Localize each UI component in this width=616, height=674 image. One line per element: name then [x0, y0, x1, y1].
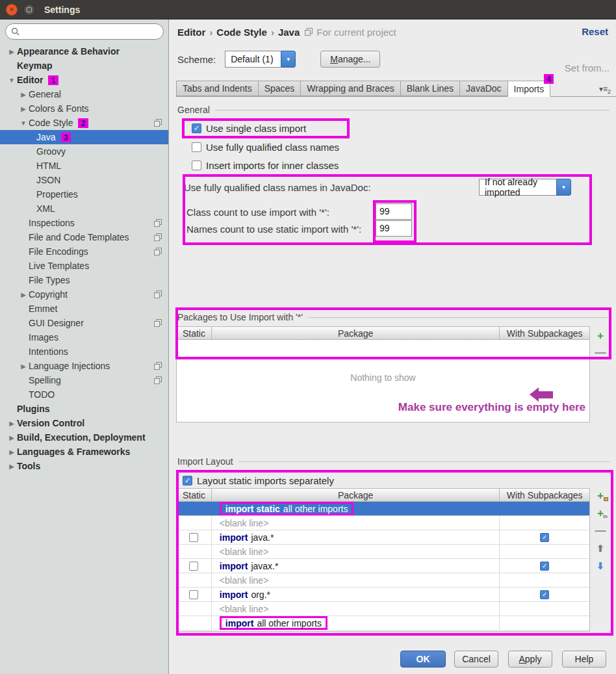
chevron-right-icon[interactable]: ▶ — [18, 91, 29, 98]
sidebar-item-images[interactable]: Images — [0, 330, 168, 344]
column-header-package[interactable]: Package — [212, 327, 500, 339]
sidebar-item-live-templates[interactable]: Live Templates — [0, 259, 168, 273]
move-up-icon[interactable]: ⬆ — [594, 542, 607, 555]
sidebar-item-colors-fonts[interactable]: ▶Colors & Fonts — [0, 101, 168, 116]
add-icon[interactable]: + — [594, 330, 607, 343]
sidebar-item-general[interactable]: ▶General — [0, 87, 168, 101]
use-fully-qualified-class-names-checkbox[interactable] — [192, 142, 201, 152]
import-layout-row-blank-line[interactable]: <blank line> — [177, 573, 589, 588]
help-button[interactable]: Help — [562, 651, 606, 668]
tab-wrapping-and-braces[interactable]: Wrapping and Braces — [300, 81, 400, 96]
import-layout-row-import-javax[interactable]: importjavax.*✓ — [177, 559, 589, 573]
import-layout-row-import-java[interactable]: importjava.*✓ — [177, 530, 589, 545]
chevron-down-icon[interactable]: ▼ — [18, 120, 29, 127]
remove-icon[interactable]: — — [594, 346, 607, 359]
static-checkbox[interactable] — [189, 562, 198, 571]
column-header-static[interactable]: Static — [177, 327, 212, 339]
sidebar-item-file-encodings[interactable]: File Encodings — [0, 244, 168, 259]
chevron-right-icon[interactable]: ▶ — [18, 291, 29, 298]
import-layout-table[interactable]: StaticPackageWith Subpackages import sta… — [176, 488, 590, 632]
tab-spaces[interactable]: Spaces — [258, 81, 301, 96]
sidebar-item-intentions[interactable]: Intentions — [0, 344, 168, 359]
tab-tabs-and-indents[interactable]: Tabs and Indents — [176, 81, 258, 96]
sidebar-item-html[interactable]: HTML — [0, 159, 168, 173]
chevron-right-icon[interactable]: ▶ — [6, 420, 17, 427]
sidebar-item-plugins[interactable]: Plugins — [0, 402, 168, 416]
chevron-right-icon[interactable]: ▶ — [6, 463, 17, 470]
sidebar-item-keymap[interactable]: Keymap — [0, 58, 168, 73]
close-icon[interactable]: ✕ — [6, 4, 18, 16]
sidebar-item-editor[interactable]: ▼Editor1 — [0, 73, 168, 87]
chevron-right-icon[interactable]: ▶ — [6, 48, 17, 55]
with-subpackages-checkbox[interactable]: ✓ — [540, 533, 549, 542]
sidebar-item-properties[interactable]: Properties — [0, 187, 168, 201]
names-count-input[interactable]: 99 — [376, 220, 412, 237]
import-layout-row-import-all-other-imports[interactable]: importall other imports — [177, 616, 589, 630]
search-box[interactable] — [5, 23, 164, 40]
sidebar-item-emmet[interactable]: Emmet — [0, 302, 168, 316]
sidebar-item-languages-frameworks[interactable]: ▶Languages & Frameworks — [0, 445, 168, 459]
manage-button[interactable]: Manage... — [320, 51, 380, 68]
tab-blank-lines[interactable]: Blank Lines — [400, 81, 459, 96]
sidebar-item-gui-designer[interactable]: GUI Designer — [0, 316, 168, 330]
import-layout-row-import-org[interactable]: importorg.*✓ — [177, 588, 589, 602]
javadoc-select[interactable]: If not already imported ▼ — [479, 179, 571, 196]
import-layout-row-blank-line[interactable]: <blank line> — [177, 602, 589, 616]
sidebar-item-file-and-code-templates[interactable]: File and Code Templates — [0, 230, 168, 244]
reset-link[interactable]: Reset — [582, 26, 608, 37]
add-blank-line-icon[interactable]: +\n — [594, 507, 607, 520]
import-layout-row-blank-line[interactable]: <blank line> — [177, 545, 589, 559]
sidebar-item-groovy[interactable]: Groovy — [0, 144, 168, 159]
column-header-package[interactable]: Package — [212, 489, 500, 501]
sidebar-item-json[interactable]: JSON — [0, 173, 168, 187]
breadcrumb-item-java[interactable]: Java — [278, 27, 300, 38]
with-subpackages-checkbox[interactable]: ✓ — [540, 562, 549, 571]
class-count-input[interactable]: 99 — [376, 203, 412, 220]
scheme-select[interactable]: Default (1) ▼ — [225, 51, 296, 68]
insert-imports-for-inner-classes-checkbox[interactable] — [192, 161, 201, 170]
layout-static-separately-checkbox[interactable]: ✓ — [183, 476, 192, 486]
breadcrumb-item-editor[interactable]: Editor — [177, 27, 205, 38]
sidebar-item-appearance-behavior[interactable]: ▶Appearance & Behavior — [0, 44, 168, 58]
chevron-right-icon[interactable]: ▶ — [18, 363, 29, 370]
sidebar-item-java[interactable]: Java3 — [0, 130, 168, 144]
sidebar-item-copyright[interactable]: ▶Copyright — [0, 287, 168, 302]
set-from-link[interactable]: Set from... — [565, 62, 610, 73]
tab-imports[interactable]: Imports4 — [507, 81, 551, 97]
cancel-button[interactable]: Cancel — [454, 651, 498, 668]
ok-button[interactable]: OK — [400, 651, 446, 668]
import-layout-row-blank-line[interactable]: <blank line> — [177, 516, 589, 530]
sidebar-item-file-types[interactable]: File Types — [0, 273, 168, 287]
move-down-icon[interactable]: ⬇ — [594, 560, 607, 573]
sidebar-item-spelling[interactable]: Spelling — [0, 373, 168, 387]
packages-table[interactable]: StaticPackageWith Subpackages Nothing to… — [176, 326, 590, 422]
static-checkbox[interactable] — [189, 533, 198, 542]
breadcrumb-item-code-style[interactable]: Code Style — [216, 27, 267, 38]
search-input[interactable] — [23, 27, 163, 36]
sidebar-item-xml[interactable]: XML — [0, 201, 168, 216]
sidebar-item-code-style[interactable]: ▼Code Style2 — [0, 116, 168, 130]
column-header-static[interactable]: Static — [177, 489, 212, 501]
static-checkbox[interactable] — [189, 590, 198, 599]
sidebar-item-language-injections[interactable]: ▶Language Injections — [0, 359, 168, 373]
column-header-with-subpackages[interactable]: With Subpackages — [500, 489, 589, 501]
column-header-with-subpackages[interactable]: With Subpackages — [500, 327, 589, 339]
add-package-icon[interactable]: + — [594, 489, 607, 502]
chevron-right-icon[interactable]: ▶ — [6, 434, 17, 441]
sidebar-item-build-execution-deployment[interactable]: ▶Build, Execution, Deployment — [0, 430, 168, 445]
import-layout-row-import-static-all-other-imports[interactable]: import staticall other imports — [177, 502, 589, 516]
tab-javadoc[interactable]: JavaDoc — [459, 81, 507, 96]
sidebar-item-inspections[interactable]: Inspections — [0, 216, 168, 230]
use-single-class-import-checkbox[interactable]: ✓ — [192, 123, 201, 133]
chevron-right-icon[interactable]: ▶ — [6, 448, 17, 456]
maximize-icon[interactable] — [23, 4, 35, 16]
apply-button[interactable]: Apply — [508, 651, 552, 668]
sidebar-item-tools[interactable]: ▶Tools — [0, 459, 168, 473]
sidebar-item-version-control[interactable]: ▶Version Control — [0, 416, 168, 430]
remove-icon[interactable]: — — [594, 525, 607, 538]
chevron-down-icon[interactable]: ▼ — [6, 77, 17, 84]
sidebar-item-todo[interactable]: TODO — [0, 387, 168, 402]
with-subpackages-checkbox[interactable]: ✓ — [540, 590, 549, 599]
hidden-tabs-icon[interactable]: ▾≡2 — [599, 84, 611, 95]
chevron-right-icon[interactable]: ▶ — [18, 105, 29, 112]
